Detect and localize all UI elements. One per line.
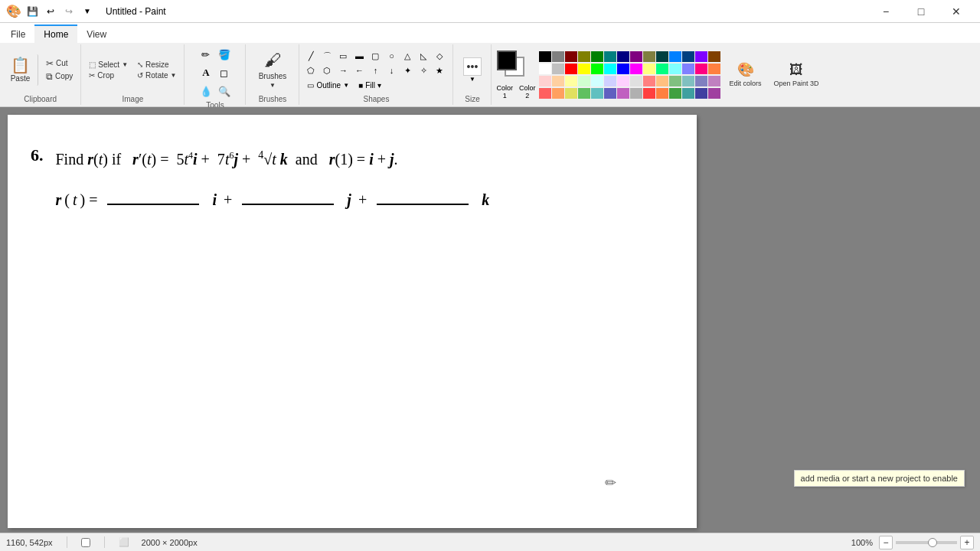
color-swatch[interactable]	[656, 88, 668, 99]
color-swatch[interactable]	[656, 51, 668, 62]
pencil-tool[interactable]: ✏	[198, 46, 214, 63]
edit-colors-button[interactable]: 🎨 Edit colors	[725, 52, 766, 98]
shape-hexagon[interactable]: ⬡	[320, 64, 334, 77]
color-swatch[interactable]	[604, 64, 616, 74]
shape-four-arrow[interactable]: ✦	[400, 64, 414, 77]
color-swatch[interactable]	[565, 64, 577, 74]
color-swatch[interactable]	[695, 64, 707, 74]
color-swatch[interactable]	[708, 76, 720, 86]
color-swatch[interactable]	[695, 51, 707, 62]
shape-right-triangle[interactable]: ◺	[416, 49, 430, 63]
color-swatch[interactable]	[682, 88, 694, 99]
color1-box[interactable]	[497, 51, 517, 70]
color-swatch[interactable]	[591, 88, 603, 99]
canvas-checkbox[interactable]	[81, 538, 90, 547]
outline-button[interactable]: ▭ Outline ▼	[304, 80, 352, 90]
color-swatch[interactable]	[565, 88, 577, 99]
color-swatch[interactable]	[604, 51, 616, 62]
color-swatch[interactable]	[617, 64, 629, 74]
color-swatch[interactable]	[630, 76, 642, 86]
fill-tool[interactable]: 🪣	[216, 46, 233, 63]
color-swatch[interactable]	[591, 76, 603, 86]
zoom-in-button[interactable]: +	[960, 536, 974, 549]
shape-star4[interactable]: ✧	[416, 64, 430, 77]
tab-home[interactable]: Home	[34, 24, 77, 43]
color-swatch[interactable]	[669, 88, 681, 99]
color-swatch[interactable]	[552, 76, 564, 86]
color-swatch[interactable]	[630, 64, 642, 74]
color-swatch[interactable]	[578, 64, 590, 74]
color-swatch[interactable]	[708, 51, 720, 62]
shape-star5[interactable]: ★	[433, 64, 446, 77]
color-swatch[interactable]	[617, 88, 629, 99]
color-swatch[interactable]	[604, 88, 616, 99]
zoom-out-button[interactable]: −	[879, 536, 893, 549]
color-swatch[interactable]	[669, 76, 681, 86]
shape-pentagon[interactable]: ⬠	[304, 64, 318, 77]
brushes-button[interactable]: 🖌 Brushes ▼	[256, 49, 290, 90]
color-swatch[interactable]	[539, 64, 551, 74]
shape-line[interactable]: ╱	[304, 49, 318, 63]
color-swatch[interactable]	[539, 88, 551, 99]
shape-curve[interactable]: ⌒	[320, 49, 334, 63]
undo-button[interactable]: ↩	[43, 4, 58, 19]
color-swatch[interactable]	[656, 64, 668, 74]
close-button[interactable]: ✕	[939, 0, 974, 23]
shape-right-arrow[interactable]: →	[336, 64, 350, 77]
rotate-button[interactable]: ↺ Rotate ▼	[134, 70, 179, 80]
tab-view[interactable]: View	[77, 24, 116, 43]
canvas-content[interactable]: 6. Find r(t) if r′(t) = 5t4i + 7t6j + 4√…	[8, 115, 697, 528]
color-swatch[interactable]	[565, 76, 577, 86]
select-button[interactable]: ⬚ Select ▼	[86, 60, 131, 70]
color-swatch[interactable]	[578, 88, 590, 99]
color-swatch[interactable]	[552, 51, 564, 62]
shape-triangle[interactable]: △	[400, 49, 414, 63]
open-paint3d-button[interactable]: 🖼 Open Paint 3D	[769, 52, 824, 98]
canvas-scroll-area[interactable]: 6. Find r(t) if r′(t) = 5t4i + 7t6j + 4√…	[0, 107, 980, 533]
color-swatch[interactable]	[552, 88, 564, 99]
color-swatch[interactable]	[695, 88, 707, 99]
color-swatch[interactable]	[669, 51, 681, 62]
crop-button[interactable]: ✂ Crop	[86, 70, 131, 80]
color-swatch[interactable]	[708, 64, 720, 74]
color2-label[interactable]: Color2	[519, 84, 536, 99]
copy-button[interactable]: ⧉ Copy	[43, 70, 76, 83]
resize-button[interactable]: ⤡ Resize	[134, 60, 179, 70]
shape-up-arrow[interactable]: ↑	[368, 64, 382, 77]
color-swatch[interactable]	[578, 76, 590, 86]
maximize-button[interactable]: □	[903, 0, 939, 23]
shape-rect-fill[interactable]: ▬	[352, 49, 366, 63]
color-swatch[interactable]	[630, 51, 642, 62]
color-swatch[interactable]	[695, 76, 707, 86]
cut-button[interactable]: ✂ Cut	[43, 57, 76, 70]
eraser-tool[interactable]: ◻	[216, 64, 233, 81]
color-swatch[interactable]	[617, 76, 629, 86]
shape-roundrect[interactable]: ▢	[368, 49, 382, 63]
color-swatch[interactable]	[617, 51, 629, 62]
color-swatch[interactable]	[539, 76, 551, 86]
color-swatch[interactable]	[656, 76, 668, 86]
color-swatch[interactable]	[565, 51, 577, 62]
paint-icon[interactable]: 🎨	[6, 4, 21, 19]
paste-button[interactable]: 📋 Paste	[5, 54, 38, 86]
save-button[interactable]: 💾	[24, 4, 40, 19]
color-swatch[interactable]	[682, 76, 694, 86]
shape-diamond[interactable]: ◇	[433, 49, 446, 63]
redo-button[interactable]: ↪	[61, 4, 77, 19]
shape-left-arrow[interactable]: ←	[352, 64, 366, 77]
color-swatch[interactable]	[539, 51, 551, 62]
shape-down-arrow[interactable]: ↓	[384, 64, 398, 77]
tab-file[interactable]: File	[2, 24, 34, 43]
shape-rect[interactable]: ▭	[336, 49, 350, 63]
text-tool[interactable]: A	[198, 64, 214, 81]
color-swatch[interactable]	[643, 88, 655, 99]
canvas-toggle[interactable]	[81, 538, 90, 547]
minimize-button[interactable]: −	[868, 0, 903, 23]
color-swatch[interactable]	[591, 64, 603, 74]
fill-button[interactable]: ■ Fill ▾	[355, 80, 384, 90]
magnifier-tool[interactable]: 🔍	[216, 83, 233, 99]
color-picker-tool[interactable]: 💧	[198, 83, 214, 99]
color-swatch[interactable]	[591, 51, 603, 62]
color-swatch[interactable]	[682, 51, 694, 62]
color1-label[interactable]: Color1	[496, 84, 513, 99]
